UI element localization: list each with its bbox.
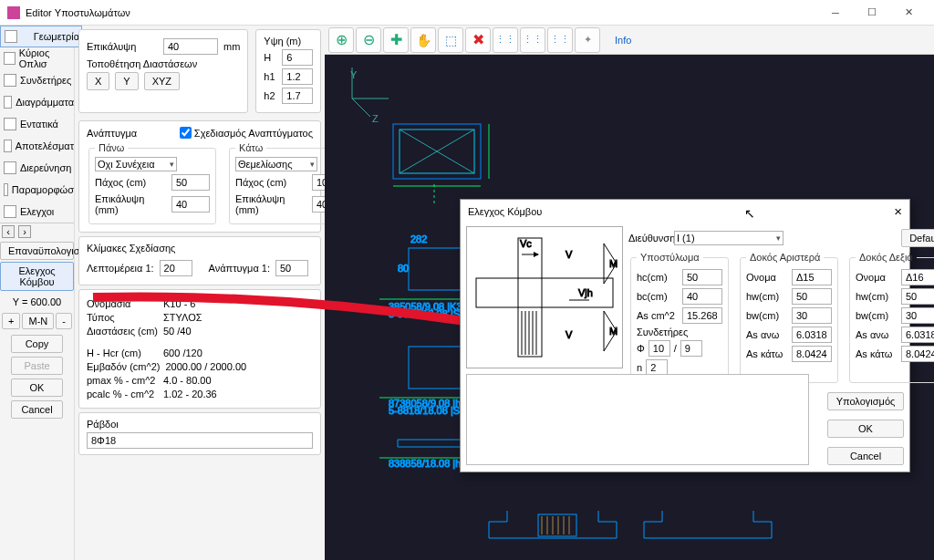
beamR-asTop-input[interactable]	[901, 327, 934, 343]
beamR-name-input[interactable]	[901, 269, 934, 285]
svg-text:M: M	[609, 326, 617, 337]
as-input[interactable]	[682, 307, 722, 324]
svg-text:Y: Y	[350, 69, 358, 80]
paste-button: Paste	[11, 357, 63, 375]
y-value-label: Y = 600.00	[0, 296, 74, 307]
pmax-value: 4.0 - 80.00	[163, 375, 212, 386]
cancel-button-left[interactable]: Cancel	[11, 400, 63, 419]
default-button[interactable]: Default	[901, 229, 934, 247]
dims-label: Διαστάσεις (cm)	[87, 326, 158, 337]
info-link[interactable]: Info	[615, 35, 631, 46]
mn-button[interactable]: M-N	[22, 313, 54, 329]
cover-input[interactable]	[163, 38, 218, 55]
sidenav-results[interactable]: Αποτελέσματ	[0, 135, 74, 157]
sidenav-stirrups[interactable]: Συνδετήρες	[0, 69, 74, 91]
heights-label: Υψη (m)	[264, 36, 313, 47]
height-H-input[interactable]	[282, 49, 313, 66]
svg-text:80: 80	[398, 263, 409, 274]
beamL-hw-input[interactable]	[792, 288, 832, 305]
beamR-asBot-input[interactable]	[901, 346, 934, 362]
node-check-button[interactable]: Ελεγχος Κόμβου	[0, 262, 74, 291]
direction-select[interactable]: I (1)▾	[674, 231, 784, 245]
bc-input[interactable]	[682, 288, 722, 305]
dims-value: 50 /40	[163, 326, 192, 337]
gear-icon: ✦	[584, 34, 592, 46]
dialog-cancel-button[interactable]: Cancel	[827, 447, 904, 465]
view-3d-button[interactable]: ⬚	[438, 27, 463, 53]
scales-label: Κλίμακες Σχεδίασης	[87, 243, 175, 254]
dialog-diagram: Vc V V Vjh M M	[466, 226, 623, 368]
dialog-output-area[interactable]	[466, 374, 809, 465]
dialog-title: Ελεγχος Κόμβου	[468, 206, 542, 217]
close-button[interactable]: ✕	[890, 0, 927, 26]
ok-button-left[interactable]: OK	[11, 379, 63, 397]
sidenav-investigate[interactable]: Διερεύνηση	[0, 157, 74, 179]
svg-text:V: V	[566, 329, 573, 340]
diagram-icon	[4, 96, 12, 109]
height-h1-input[interactable]	[282, 68, 313, 85]
height-h2-input[interactable]	[282, 88, 313, 104]
geometry-icon	[5, 30, 17, 43]
top-thickness-input[interactable]	[171, 174, 210, 191]
sidenav-diagrams[interactable]: Διαγράμματα	[0, 91, 74, 113]
pan-button[interactable]: ✋	[410, 27, 436, 53]
beamL-bw-input[interactable]	[792, 307, 832, 324]
beamR-bw-input[interactable]	[901, 307, 934, 324]
top-continuity-select[interactable]: Οχι Συνέχεια▾	[95, 157, 177, 171]
dim-y-button[interactable]: Y	[115, 72, 138, 90]
copy-button[interactable]: Copy	[11, 335, 63, 353]
bot-continuity-select[interactable]: Θεμελίωσης▾	[235, 157, 317, 171]
axis-3d-icon: ⬚	[445, 33, 457, 47]
svg-rect-19	[409, 248, 463, 290]
bars-input[interactable]	[87, 432, 313, 449]
svg-line-10	[352, 99, 370, 117]
dev-scale-input[interactable]	[275, 260, 308, 276]
nav-scroll-left[interactable]: ‹	[2, 225, 15, 238]
dim-xyz-button[interactable]: XYZ	[144, 72, 180, 90]
minus-button[interactable]: -	[56, 313, 72, 329]
minimize-button[interactable]: ─	[817, 0, 854, 26]
zoom-extents-button[interactable]: ✚	[383, 27, 409, 53]
svg-text:M: M	[609, 258, 617, 269]
dim-x-button[interactable]: X	[87, 72, 109, 90]
plus-button[interactable]: +	[2, 313, 20, 329]
dialog-close-button[interactable]: ×	[894, 203, 902, 219]
name-label: Ονομασία	[87, 298, 158, 309]
maximize-button[interactable]: ☐	[854, 0, 890, 26]
recompute-button[interactable]: Επαναϋπολογισμός	[0, 242, 74, 260]
sidenav-deform[interactable]: Παραμορφώσ	[0, 179, 74, 201]
hc-input[interactable]	[682, 269, 722, 285]
detail-scale-input[interactable]	[160, 260, 192, 276]
svg-text:282: 282	[410, 233, 427, 244]
nav-scroll-right[interactable]: ›	[18, 225, 31, 238]
draw-development-checkbox[interactable]	[180, 127, 192, 139]
area-value: 2000.00 / 2000.00	[165, 361, 246, 372]
sidenav-geometry[interactable]: Γεωμετρία	[0, 26, 82, 47]
sidenav-main-reinf[interactable]: Κύριος Οπλισ	[0, 47, 74, 69]
top-cover-input[interactable]	[171, 196, 210, 213]
dialog-ok-button[interactable]: OK	[827, 420, 904, 438]
zoom-in-button[interactable]: ⊕	[328, 27, 354, 53]
window-title: Editor Υποστυλωμάτων	[26, 7, 130, 18]
sidenav-checks[interactable]: Ελεγχοι	[0, 201, 74, 223]
area-label: Εμβαδόν (cm^2)	[87, 361, 160, 372]
tool-a-button[interactable]: ⋮⋮	[493, 27, 518, 53]
phi-spacing-input[interactable]	[680, 340, 702, 357]
phi-input[interactable]	[649, 340, 670, 357]
bot-cover-input[interactable]	[312, 196, 325, 213]
beamL-asTop-input[interactable]	[792, 327, 832, 343]
bot-thickness-input[interactable]	[312, 174, 325, 191]
beamL-asBot-input[interactable]	[792, 346, 832, 362]
calculate-button[interactable]: Υπολογισμός	[827, 392, 904, 410]
tool-c-button[interactable]: ⋮⋮	[547, 27, 573, 53]
tool-b-button[interactable]: ⋮⋮	[520, 27, 545, 53]
grid-b-icon: ⋮⋮	[523, 34, 543, 46]
sidenav-loads[interactable]: Εντατικά	[0, 113, 74, 135]
grid-c-icon: ⋮⋮	[550, 34, 570, 46]
settings-button[interactable]: ✦	[575, 27, 600, 53]
hcr-value: 600 /120	[163, 347, 202, 358]
zoom-out-button[interactable]: ⊖	[356, 27, 381, 53]
beamL-name-input[interactable]	[792, 269, 832, 285]
delete-button[interactable]: ✖	[465, 27, 491, 53]
beamR-hw-input[interactable]	[901, 288, 934, 305]
